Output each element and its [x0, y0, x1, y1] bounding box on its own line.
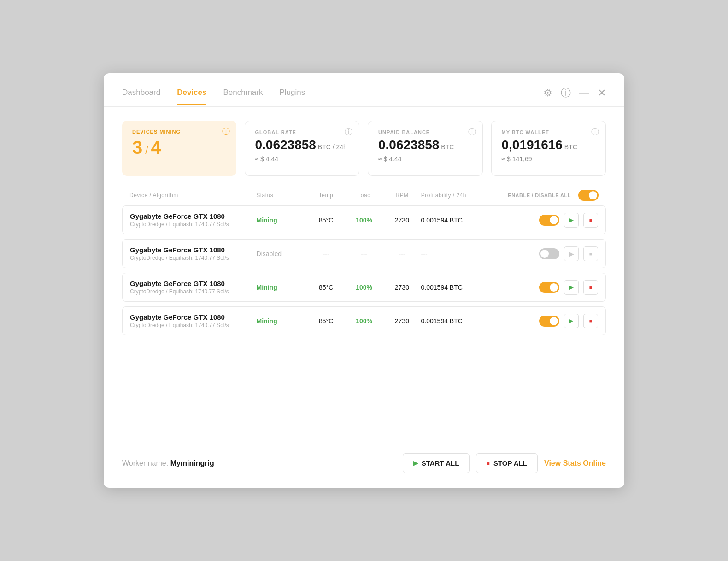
device-name-2: Gygabyte GeForce GTX 1080: [130, 246, 257, 254]
device-name-3: Gygabyte GeForce GTX 1080: [130, 280, 257, 287]
device-toggle-4[interactable]: [539, 316, 559, 327]
col-header-profit: Profitability / 24h: [421, 192, 505, 199]
device-play-btn-1[interactable]: ▶: [564, 213, 579, 228]
btc-wallet-sub: ≈ $ 141,69: [502, 155, 596, 163]
info-icon-wallet[interactable]: ⓘ: [591, 127, 599, 137]
stat-global-rate: ⓘ GLOBAL RATE 0.0623858BTC / 24h ≈ $ 4.4…: [245, 121, 360, 176]
device-load-4: 100%: [345, 317, 383, 325]
play-icon-3: ▶: [569, 284, 574, 291]
devices-mining-count: 3 / 4: [132, 137, 226, 158]
play-icon-2: ▶: [569, 250, 574, 257]
device-load-1: 100%: [345, 216, 383, 224]
device-temp-4: 85°C: [307, 317, 345, 325]
stop-all-stop-icon: ■: [487, 461, 490, 466]
global-rate-sub: ≈ $ 4.44: [255, 155, 349, 163]
table-row: Gygabyte GeForce GTX 1080 CryptoDredge /…: [122, 239, 606, 268]
device-stop-btn-3[interactable]: ■: [583, 280, 598, 295]
close-icon[interactable]: ✕: [598, 87, 606, 99]
col-header-status: Status: [256, 192, 307, 199]
device-profit-1: 0.001594 BTC: [421, 216, 505, 224]
col-header-rpm: RPM: [383, 192, 421, 199]
device-stop-btn-1[interactable]: ■: [583, 213, 598, 228]
device-status-1: Mining: [257, 216, 307, 224]
help-icon[interactable]: ⓘ: [561, 86, 571, 100]
device-rpm-2: ---: [383, 250, 421, 258]
stat-devices-mining: ⓘ DEVICES MINING 3 / 4: [122, 121, 236, 176]
device-profit-4: 0.001594 BTC: [421, 317, 505, 325]
table-row: Gygabyte GeForce GTX 1080 CryptoDredge /…: [122, 306, 606, 335]
table-row: Gygabyte GeForce GTX 1080 CryptoDredge /…: [122, 205, 606, 234]
col-header-controls: ENABLE / DISABLE ALL: [505, 190, 599, 201]
device-stop-btn-2[interactable]: ■: [583, 246, 598, 261]
device-table: Device / Algorithm Status Temp Load RPM …: [104, 185, 624, 435]
tab-benchmark[interactable]: Benchmark: [223, 88, 263, 105]
device-sub-2: CryptoDredge / Equihash: 1740.77 Sol/s: [130, 255, 257, 261]
table-header: Device / Algorithm Status Temp Load RPM …: [122, 185, 606, 205]
device-status-4: Mining: [257, 317, 307, 325]
device-name-1: Gygabyte GeForce GTX 1080: [130, 212, 257, 220]
device-rpm-1: 2730: [383, 216, 421, 224]
device-sub-4: CryptoDredge / Equihash: 1740.77 Sol/s: [130, 322, 257, 328]
btc-wallet-label: MY BTC WALLET: [502, 129, 596, 135]
device-controls-3: ▶ ■: [505, 280, 598, 295]
unpaid-balance-value: 0.0623858BTC: [378, 138, 472, 152]
info-icon-devices[interactable]: ⓘ: [222, 126, 230, 137]
device-play-btn-2[interactable]: ▶: [564, 246, 579, 261]
app-window: Dashboard Devices Benchmark Plugins ⚙ ⓘ …: [104, 73, 624, 488]
global-rate-label: GLOBAL RATE: [255, 129, 349, 135]
nav-tabs: Dashboard Devices Benchmark Plugins: [122, 88, 305, 105]
device-rpm-3: 2730: [383, 283, 421, 292]
footer: Worker name: Myminingrig ▶ START ALL ■ S…: [104, 440, 624, 488]
stop-icon-4: ■: [589, 318, 593, 324]
device-toggle-3[interactable]: [539, 282, 559, 293]
table-row: Gygabyte GeForce GTX 1080 CryptoDredge /…: [122, 273, 606, 302]
device-status-2: Disabled: [257, 250, 307, 258]
col-header-load: Load: [345, 192, 383, 199]
view-stats-link[interactable]: View Stats Online: [544, 459, 606, 468]
stat-unpaid-balance: ⓘ UNPAID BALANCE 0.0623858BTC ≈ $ 4.44: [368, 121, 483, 176]
start-all-button[interactable]: ▶ START ALL: [403, 453, 470, 473]
device-name-4: Gygabyte GeForce GTX 1080: [130, 313, 257, 321]
info-icon-global-rate[interactable]: ⓘ: [345, 127, 352, 137]
device-info-1: Gygabyte GeForce GTX 1080 CryptoDredge /…: [130, 212, 257, 228]
device-sub-1: CryptoDredge / Equihash: 1740.77 Sol/s: [130, 221, 257, 228]
play-icon-4: ▶: [569, 317, 574, 324]
nav-controls: ⚙ ⓘ — ✕: [543, 86, 606, 106]
unpaid-balance-sub: ≈ $ 4.44: [378, 155, 472, 163]
stop-icon-3: ■: [589, 285, 593, 290]
stats-row: ⓘ DEVICES MINING 3 / 4 ⓘ GLOBAL RATE 0.0…: [104, 107, 624, 185]
unpaid-balance-label: UNPAID BALANCE: [378, 129, 472, 135]
col-header-device: Device / Algorithm: [129, 192, 256, 199]
info-icon-unpaid[interactable]: ⓘ: [468, 127, 476, 137]
stop-icon-1: ■: [589, 217, 593, 223]
device-play-btn-4[interactable]: ▶: [564, 314, 579, 328]
worker-label: Worker name: Myminingrig: [122, 459, 214, 468]
stop-all-button[interactable]: ■ STOP ALL: [476, 453, 538, 473]
tab-devices[interactable]: Devices: [177, 88, 206, 105]
worker-name: Myminingrig: [170, 459, 214, 467]
device-info-4: Gygabyte GeForce GTX 1080 CryptoDredge /…: [130, 313, 257, 328]
device-profit-3: 0.001594 BTC: [421, 283, 505, 292]
device-stop-btn-4[interactable]: ■: [583, 314, 598, 328]
device-toggle-2[interactable]: [539, 248, 559, 259]
start-all-play-icon: ▶: [413, 460, 418, 467]
device-toggle-1[interactable]: [539, 215, 559, 226]
devices-mining-label: DEVICES MINING: [132, 129, 226, 134]
tab-dashboard[interactable]: Dashboard: [122, 88, 160, 105]
device-rpm-4: 2730: [383, 317, 421, 325]
settings-icon[interactable]: ⚙: [543, 87, 552, 99]
device-play-btn-3[interactable]: ▶: [564, 280, 579, 295]
col-header-temp: Temp: [307, 192, 345, 199]
device-temp-1: 85°C: [307, 216, 345, 224]
device-load-3: 100%: [345, 283, 383, 292]
tab-plugins[interactable]: Plugins: [279, 88, 305, 105]
device-controls-1: ▶ ■: [505, 213, 598, 228]
nav-bar: Dashboard Devices Benchmark Plugins ⚙ ⓘ …: [104, 73, 624, 107]
device-controls-4: ▶ ■: [505, 314, 598, 328]
play-icon-1: ▶: [569, 216, 574, 223]
device-info-3: Gygabyte GeForce GTX 1080 CryptoDredge /…: [130, 280, 257, 295]
minimize-icon[interactable]: —: [579, 87, 589, 99]
device-status-3: Mining: [257, 283, 307, 292]
enable-disable-all-toggle[interactable]: [578, 190, 599, 201]
device-sub-3: CryptoDredge / Equihash: 1740.77 Sol/s: [130, 288, 257, 295]
